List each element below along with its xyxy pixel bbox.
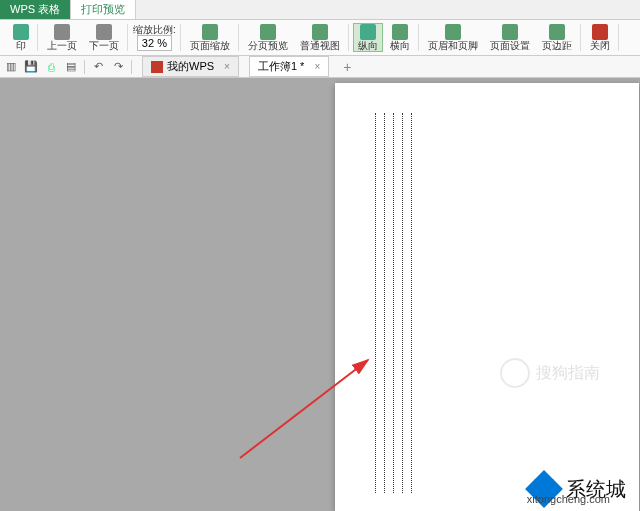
page-content-columns <box>375 113 412 493</box>
undo-button[interactable]: ↶ <box>91 60 105 74</box>
add-tab-button[interactable]: + <box>343 59 351 75</box>
menu-tabs: WPS 表格 打印预览 <box>0 0 640 20</box>
zoom-value[interactable]: 32 % <box>137 35 172 51</box>
page-zoom-label: 页面缩放 <box>190 41 230 51</box>
gridline <box>411 113 412 493</box>
page-break-button[interactable]: 分页预览 <box>244 24 292 51</box>
next-page-label: 下一页 <box>89 41 119 51</box>
doc-tab-label: 工作簿1 * <box>258 59 304 74</box>
gridline <box>375 113 376 493</box>
preview-page <box>335 83 639 511</box>
qat-print-icon[interactable]: ⎙ <box>44 60 58 74</box>
normal-view-button[interactable]: 普通视图 <box>296 24 344 51</box>
normal-view-icon <box>312 24 328 40</box>
preview-workspace: 搜狗指南 系统城 xitongcheng.com <box>0 78 640 511</box>
doc-tab-workbook1[interactable]: 工作簿1 * × <box>249 56 329 77</box>
doc-tab-mywps[interactable]: 我的WPS × <box>142 56 239 77</box>
qat-save-icon[interactable]: 💾 <box>24 60 38 74</box>
margins-button[interactable]: 页边距 <box>538 24 576 51</box>
margins-label: 页边距 <box>542 41 572 51</box>
gridline <box>384 113 385 493</box>
landscape-icon <box>392 24 408 40</box>
wps-icon <box>151 61 163 73</box>
separator <box>131 60 132 74</box>
close-preview-button[interactable]: 关闭 <box>586 20 614 55</box>
gridline <box>402 113 403 493</box>
close-label: 关闭 <box>590 41 610 51</box>
separator <box>84 60 85 74</box>
doc-tab-label: 我的WPS <box>167 59 214 74</box>
gridline <box>393 113 394 493</box>
qat-icon-1[interactable]: ▥ <box>4 60 18 74</box>
page-setup-button[interactable]: 页面设置 <box>486 24 534 51</box>
redo-button[interactable]: ↷ <box>111 60 125 74</box>
tab-close-icon[interactable]: × <box>314 61 320 72</box>
prev-page-button[interactable]: 上一页 <box>43 24 81 51</box>
landscape-button[interactable]: 横向 <box>386 24 414 51</box>
header-footer-icon <box>445 24 461 40</box>
margins-icon <box>549 24 565 40</box>
quick-access-bar: ▥ 💾 ⎙ ▤ ↶ ↷ 我的WPS × 工作簿1 * × + <box>0 56 640 78</box>
next-page-button[interactable]: 下一页 <box>85 24 123 51</box>
page-zoom-button[interactable]: 页面缩放 <box>186 20 234 55</box>
header-footer-button[interactable]: 页眉和页脚 <box>424 24 482 51</box>
zoom-label: 缩放比例: <box>133 25 176 35</box>
portrait-button[interactable]: 纵向 <box>354 24 382 51</box>
page-setup-label: 页面设置 <box>490 41 530 51</box>
tab-close-icon[interactable]: × <box>224 61 230 72</box>
landscape-label: 横向 <box>390 41 410 51</box>
page-break-label: 分页预览 <box>248 41 288 51</box>
qat-preview-icon[interactable]: ▤ <box>64 60 78 74</box>
app-tab[interactable]: WPS 表格 <box>0 0 71 19</box>
prev-page-icon <box>54 24 70 40</box>
portrait-icon <box>360 24 376 40</box>
print-preview-tab[interactable]: 打印预览 <box>71 0 136 19</box>
page-break-icon <box>260 24 276 40</box>
close-icon <box>592 24 608 40</box>
prev-page-label: 上一页 <box>47 41 77 51</box>
normal-view-label: 普通视图 <box>300 41 340 51</box>
printer-icon <box>13 24 29 40</box>
header-footer-label: 页眉和页脚 <box>428 41 478 51</box>
next-page-icon <box>96 24 112 40</box>
print-label: 印 <box>16 41 26 51</box>
page-setup-icon <box>502 24 518 40</box>
print-button[interactable]: 印 <box>9 20 33 55</box>
page-zoom-icon <box>202 24 218 40</box>
ribbon: 印 上一页 下一页 缩放比例: 32 % 页面缩放 分页预览 <box>0 20 640 56</box>
portrait-label: 纵向 <box>358 41 378 51</box>
